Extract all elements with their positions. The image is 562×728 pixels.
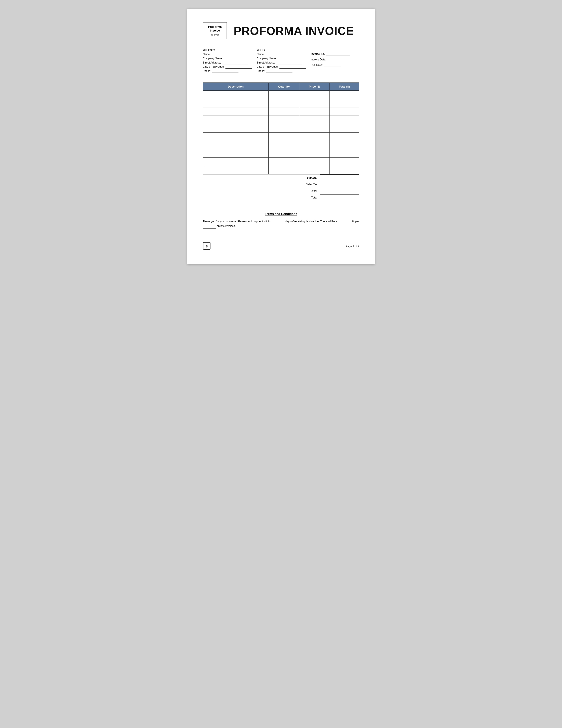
logo-brand: eForms xyxy=(207,34,223,36)
invoice-number-row: Invoice No. xyxy=(311,52,359,56)
subtotal-value[interactable] xyxy=(320,174,359,181)
table-row xyxy=(203,116,359,124)
invoice-date-row: Invoice Date: xyxy=(311,58,359,61)
eforms-icon: e xyxy=(203,242,211,251)
table-row xyxy=(203,149,359,157)
bill-from-label: Bill From xyxy=(203,48,257,51)
subtotal-row: Subtotal xyxy=(203,174,359,181)
salestax-value[interactable] xyxy=(320,181,359,188)
table-row xyxy=(203,166,359,174)
terms-section: Terms and Conditions Thank you for your … xyxy=(203,212,359,229)
header: ProForma Invoice eForms PROFORMA INVOICE xyxy=(203,22,359,39)
total-row: Total xyxy=(203,194,359,201)
invoice-info-col: Invoice No. Invoice Date: Due Date: xyxy=(311,48,359,74)
page-title: PROFORMA INVOICE xyxy=(234,22,354,37)
page-number: Page 1 of 2 xyxy=(346,245,359,248)
salestax-row: Sales Tax xyxy=(203,181,359,188)
bill-to-col: Bill To Name: Company Name: Street Addre… xyxy=(257,48,311,74)
logo-title: ProForma Invoice xyxy=(207,25,223,33)
bill-from-company: Company Name: xyxy=(203,57,257,60)
bill-to-company: Company Name: xyxy=(257,57,311,60)
bill-to-street: Street Address: xyxy=(257,61,311,64)
table-row xyxy=(203,90,359,99)
table-row xyxy=(203,99,359,107)
salestax-label: Sales Tax xyxy=(203,181,320,188)
bill-to-city: City, ST ZIP Code: xyxy=(257,65,311,69)
billing-section: Bill From Name: Company Name: Street Add… xyxy=(203,48,359,74)
table-row xyxy=(203,107,359,116)
total-value[interactable] xyxy=(320,194,359,201)
bill-from-name: Name: xyxy=(203,53,257,56)
due-date-row: Due Date: xyxy=(311,64,359,67)
table-header-row: Description Quantity Price ($) Total ($) xyxy=(203,82,359,90)
col-description: Description xyxy=(203,82,269,90)
bill-from-street: Street Address: xyxy=(203,61,257,64)
footer: e Page 1 of 2 xyxy=(203,242,359,251)
col-price: Price ($) xyxy=(299,82,329,90)
table-row xyxy=(203,124,359,132)
svg-text:e: e xyxy=(206,244,208,248)
terms-text: Thank you for your business. Please send… xyxy=(203,219,359,229)
other-value[interactable] xyxy=(320,188,359,194)
bill-to-name: Name: xyxy=(257,53,311,56)
other-row: Other xyxy=(203,188,359,194)
col-quantity: Quantity xyxy=(269,82,299,90)
other-label: Other xyxy=(203,188,320,194)
logo-box: ProForma Invoice eForms xyxy=(203,22,227,39)
invoice-table: Description Quantity Price ($) Total ($) xyxy=(203,82,359,174)
bill-to-phone: Phone: xyxy=(257,69,311,73)
bill-to-label: Bill To xyxy=(257,48,311,51)
bill-from-phone: Phone: xyxy=(203,69,257,73)
table-row xyxy=(203,141,359,149)
table-row xyxy=(203,132,359,141)
bill-from-col: Bill From Name: Company Name: Street Add… xyxy=(203,48,257,74)
invoice-page: ProForma Invoice eForms PROFORMA INVOICE… xyxy=(187,9,375,264)
totals-table: Subtotal Sales Tax Other Total xyxy=(203,174,359,201)
table-row xyxy=(203,157,359,166)
total-label: Total xyxy=(203,194,320,201)
bill-from-city: City, ST ZIP Code: xyxy=(203,65,257,69)
subtotal-label: Subtotal xyxy=(203,174,320,181)
terms-title: Terms and Conditions xyxy=(203,212,359,216)
col-total: Total ($) xyxy=(329,82,359,90)
